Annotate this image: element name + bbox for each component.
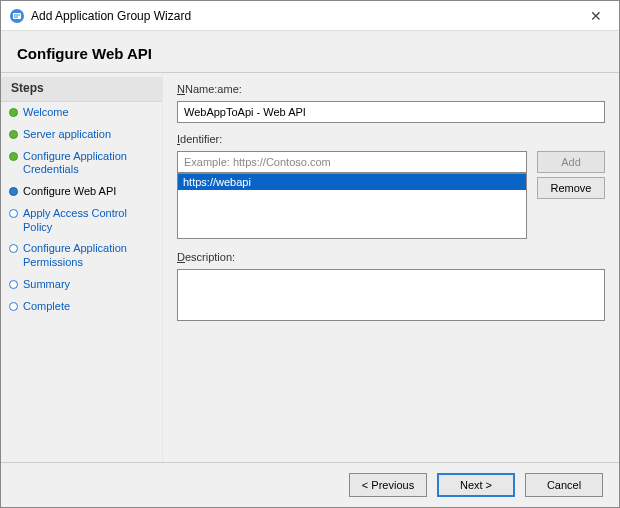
step-configure-web-api[interactable]: Configure Web API (1, 181, 162, 203)
steps-sidebar: Steps Welcome Server application Configu… (1, 73, 163, 462)
step-access-control-policy[interactable]: Apply Access Control Policy (1, 203, 162, 239)
bullet-done-icon (9, 152, 18, 161)
identifier-row: https://webapi Add Remove (177, 151, 605, 239)
step-application-permissions[interactable]: Configure Application Permissions (1, 238, 162, 274)
step-summary[interactable]: Summary (1, 274, 162, 296)
step-configure-credentials[interactable]: Configure Application Credentials (1, 146, 162, 182)
step-label: Configure Application Credentials (23, 150, 154, 178)
footer: < Previous Next > Cancel (1, 463, 619, 507)
list-item[interactable]: https://webapi (178, 174, 526, 190)
wizard-window: Add Application Group Wizard ✕ Configure… (0, 0, 620, 508)
form-content: NName:ame: Identifier: https://webapi Ad… (163, 73, 619, 462)
cancel-button[interactable]: Cancel (525, 473, 603, 497)
body: Steps Welcome Server application Configu… (1, 72, 619, 463)
app-icon (9, 8, 25, 24)
identifier-label: Identifier: (177, 133, 605, 145)
previous-button[interactable]: < Previous (349, 473, 427, 497)
step-server-application[interactable]: Server application (1, 124, 162, 146)
bullet-done-icon (9, 108, 18, 117)
name-input[interactable] (177, 101, 605, 123)
step-label: Apply Access Control Policy (23, 207, 154, 235)
next-button[interactable]: Next > (437, 473, 515, 497)
step-label: Welcome (23, 106, 69, 120)
step-label: Summary (23, 278, 70, 292)
bullet-pending-icon (9, 244, 18, 253)
step-welcome[interactable]: Welcome (1, 102, 162, 124)
name-label: NName:ame: (177, 83, 605, 95)
svg-rect-1 (13, 13, 21, 19)
step-complete[interactable]: Complete (1, 296, 162, 318)
titlebar: Add Application Group Wizard ✕ (1, 1, 619, 31)
step-label: Server application (23, 128, 111, 142)
add-button: Add (537, 151, 605, 173)
bullet-done-icon (9, 130, 18, 139)
step-label: Configure Web API (23, 185, 116, 199)
sidebar-heading: Steps (1, 77, 162, 102)
identifier-left: https://webapi (177, 151, 527, 239)
svg-rect-2 (14, 14, 20, 15)
bullet-pending-icon (9, 209, 18, 218)
bullet-current-icon (9, 187, 18, 196)
svg-rect-3 (14, 16, 18, 17)
description-label: Description: (177, 251, 605, 263)
bullet-pending-icon (9, 302, 18, 311)
bullet-pending-icon (9, 280, 18, 289)
remove-button[interactable]: Remove (537, 177, 605, 199)
description-input[interactable] (177, 269, 605, 321)
identifier-input[interactable] (177, 151, 527, 173)
step-label: Configure Application Permissions (23, 242, 154, 270)
step-label: Complete (23, 300, 70, 314)
identifier-listbox[interactable]: https://webapi (177, 173, 527, 239)
page-header: Configure Web API (1, 31, 619, 72)
close-icon[interactable]: ✕ (581, 6, 611, 26)
window-title: Add Application Group Wizard (31, 9, 581, 23)
page-title: Configure Web API (17, 45, 603, 62)
identifier-buttons: Add Remove (537, 151, 605, 239)
